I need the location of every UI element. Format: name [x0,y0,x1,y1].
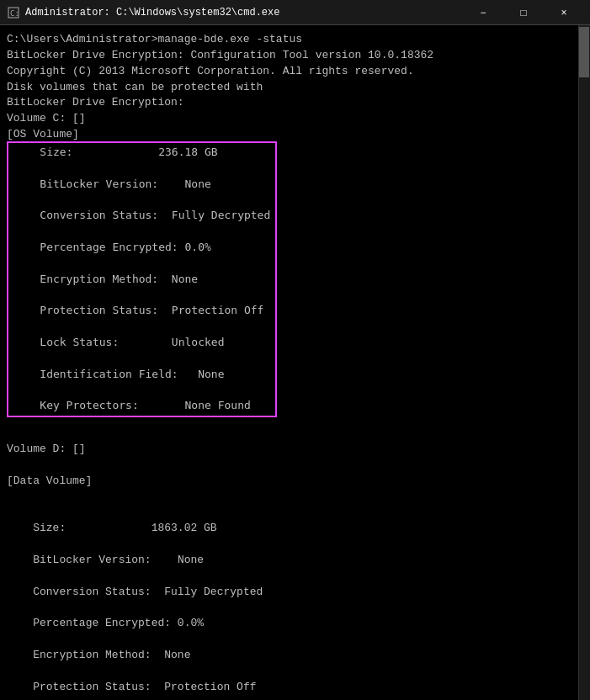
titlebar: C: Administrator: C:\Windows\system32\cm… [0,0,590,25]
volume-d-header-section: Volume D: [] [Data Volume] Size: 1863.02… [0,422,590,700]
c-protection-row: Protection Status: Protection Off [13,303,270,319]
terminal-window: C:\Users\Administrator>manage-bde.exe -s… [0,25,590,700]
c-key-row: Key Protectors: None Found [13,398,270,414]
window-title: Administrator: C:\Windows\system32\cmd.e… [25,7,464,19]
scrollbar-thumb[interactable] [579,27,589,77]
volume-d-header: Volume D: [] [7,442,583,458]
c-conversion-row: Conversion Status: Fully Decrypted [13,208,270,224]
d-bitlocker-row: BitLocker Version: None [7,553,583,569]
volume-d-type: [Data Volume] [7,474,583,490]
d-size-row: Size: 1863.02 GB [7,521,583,537]
minimize-button[interactable]: − [464,0,502,25]
window-controls: − □ × [464,0,583,25]
volume-c-details: Size: 236.18 GB BitLocker Version: None … [7,141,277,417]
app-icon: C: [7,6,20,19]
c-lock-row: Lock Status: Unlocked [13,335,270,351]
volume-c-section: Size: 236.18 GB BitLocker Version: None … [7,141,590,417]
d-percentage-row: Percentage Encrypted: 0.0% [7,616,583,632]
terminal-content: C:\Users\Administrator>manage-bde.exe -s… [0,29,590,143]
close-button[interactable]: × [545,0,583,25]
svg-text:C:: C: [10,9,19,18]
c-bitlocker-row: BitLocker Version: None [13,177,270,193]
c-id-row: Identification Field: None [13,367,270,383]
restore-button[interactable]: □ [504,0,543,25]
d-encryption-row: Encryption Method: None [7,648,583,664]
c-percentage-row: Percentage Encrypted: 0.0% [13,240,270,256]
c-encryption-row: Encryption Method: None [13,272,270,288]
scrollbar[interactable] [578,25,590,700]
d-protection-row: Protection Status: Protection Off [7,680,583,696]
c-size-label: Size: 236.18 GB [13,145,270,161]
d-conversion-row: Conversion Status: Fully Decrypted [7,585,583,601]
